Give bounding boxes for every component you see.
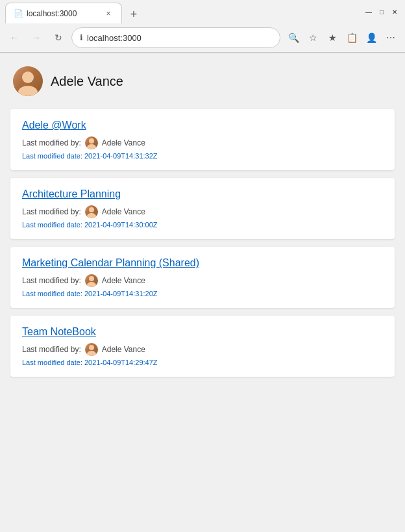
user-avatar [13,66,43,96]
notebook-meta: Last modified by: Adele Vance [22,205,383,218]
user-header: Adele Vance [10,66,395,96]
notebook-card: Adele @Work Last modified by: Adele Vanc… [10,109,395,170]
maximize-button[interactable]: □ [376,6,387,17]
user-display-name: Adele Vance [51,74,123,89]
address-bar: ← → ↻ ℹ localhost:3000 🔍 ☆ ★ 📋 👤 ⋯ [0,23,405,53]
modifier-avatar [85,343,98,356]
page-content: Adele Vance Adele @Work Last modified by… [0,53,405,514]
modified-date: Last modified date: 2021-04-09T14:29:47Z [22,359,383,366]
title-bar: 📄 localhost:3000 × + — □ ✕ [0,0,405,23]
modified-date: Last modified date: 2021-04-09T14:30:00Z [22,221,383,229]
notebook-meta: Last modified by: Adele Vance [22,136,383,149]
modifier-name: Adele Vance [102,276,145,285]
modifier-name: Adele Vance [102,345,145,354]
modified-date: Last modified date: 2021-04-09T14:31:20Z [22,290,383,298]
modified-date: Last modified date: 2021-04-09T14:31:32Z [22,152,383,160]
tab-bar: 📄 localhost:3000 × + [5,0,361,23]
back-button[interactable]: ← [5,29,23,47]
modified-by-label: Last modified by: [22,345,81,354]
forward-button[interactable]: → [27,29,45,47]
notebook-card: Architecture Planning Last modified by: … [10,178,395,239]
more-options-button[interactable]: ⋯ [382,29,400,47]
modifier-avatar [85,136,98,149]
minimize-button[interactable]: — [363,6,374,17]
address-text: localhost:3000 [87,33,272,43]
modified-by-label: Last modified by: [22,276,81,285]
toolbar-actions: 🔍 ☆ ★ 📋 👤 ⋯ [284,29,400,47]
notebook-title-link[interactable]: Adele @Work [22,120,86,131]
avatar-image [13,66,43,96]
browser-tab[interactable]: 📄 localhost:3000 × [5,3,122,23]
notebook-list: Adele @Work Last modified by: Adele Vanc… [10,109,395,377]
window-controls: — □ ✕ [363,6,400,17]
favorites-bar-button[interactable]: ★ [323,29,341,47]
tab-favicon-icon: 📄 [14,9,23,18]
profile-button[interactable]: 👤 [362,29,380,47]
notebook-title-link[interactable]: Team NoteBook [22,326,96,338]
tab-close-button[interactable]: × [103,8,114,19]
notebook-meta: Last modified by: Adele Vance [22,343,383,356]
modifier-name: Adele Vance [102,138,145,147]
tab-title: localhost:3000 [27,9,99,18]
notebook-card: Marketing Calendar Planning (Shared) Las… [10,247,395,308]
modified-by-label: Last modified by: [22,138,81,147]
browser-chrome: 📄 localhost:3000 × + — □ ✕ ← → ↻ ℹ local… [0,0,405,53]
modifier-avatar [85,274,98,287]
notebook-title-link[interactable]: Marketing Calendar Planning (Shared) [22,257,199,269]
zoom-button[interactable]: 🔍 [284,29,302,47]
modified-by-label: Last modified by: [22,207,81,216]
favorites-star-button[interactable]: ☆ [304,29,322,47]
collections-button[interactable]: 📋 [343,29,361,47]
notebook-title-link[interactable]: Architecture Planning [22,188,121,200]
new-tab-button[interactable]: + [125,5,143,23]
address-bar-input-wrapper[interactable]: ℹ localhost:3000 [71,27,280,48]
close-window-button[interactable]: ✕ [389,6,400,17]
refresh-button[interactable]: ↻ [49,29,68,47]
modifier-name: Adele Vance [102,207,145,216]
notebook-meta: Last modified by: Adele Vance [22,274,383,287]
notebook-card: Team NoteBook Last modified by: Adele Va… [10,316,395,377]
lock-icon: ℹ [80,33,83,42]
modifier-avatar [85,205,98,218]
